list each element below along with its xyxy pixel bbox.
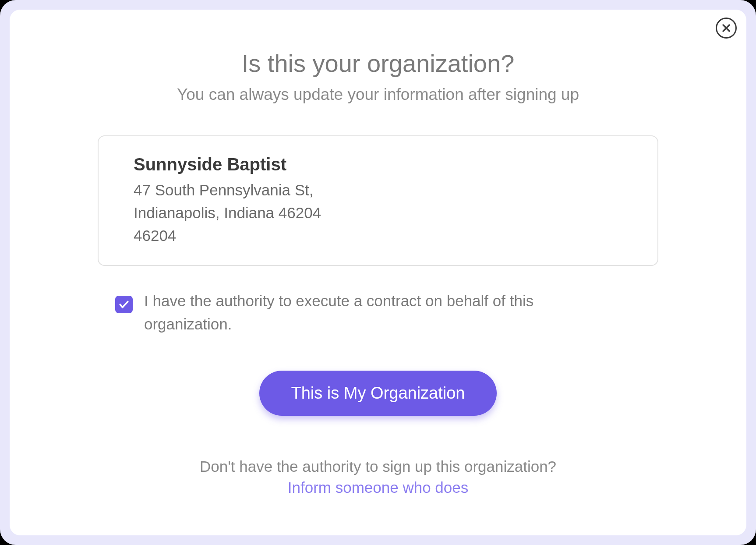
authority-row: I have the authority to execute a contra… bbox=[98, 290, 658, 336]
footer-question: Don't have the authority to sign up this… bbox=[200, 458, 556, 475]
close-button[interactable] bbox=[716, 18, 737, 39]
inform-someone-link[interactable]: Inform someone who does bbox=[288, 479, 468, 496]
modal-backdrop: Is this your organization? You can alway… bbox=[0, 0, 756, 545]
address-line-1: 47 South Pennsylvania St, bbox=[134, 179, 631, 202]
confirm-organization-button[interactable]: This is My Organization bbox=[259, 371, 496, 416]
address-line-3: 46204 bbox=[134, 224, 631, 247]
address-line-2: Indianapolis, Indiana 46204 bbox=[134, 202, 631, 224]
organization-address: 47 South Pennsylvania St, Indianapolis, … bbox=[134, 179, 631, 247]
modal-title: Is this your organization? bbox=[242, 49, 515, 78]
close-icon bbox=[721, 23, 731, 33]
checkmark-icon bbox=[118, 299, 130, 310]
organization-name: Sunnyside Baptist bbox=[134, 155, 631, 174]
authority-checkbox[interactable] bbox=[115, 296, 133, 313]
organization-card: Sunnyside Baptist 47 South Pennsylvania … bbox=[98, 135, 658, 266]
authority-label: I have the authority to execute a contra… bbox=[144, 290, 582, 336]
confirm-organization-modal: Is this your organization? You can alway… bbox=[10, 10, 746, 535]
modal-subtitle: You can always update your information a… bbox=[177, 85, 579, 104]
